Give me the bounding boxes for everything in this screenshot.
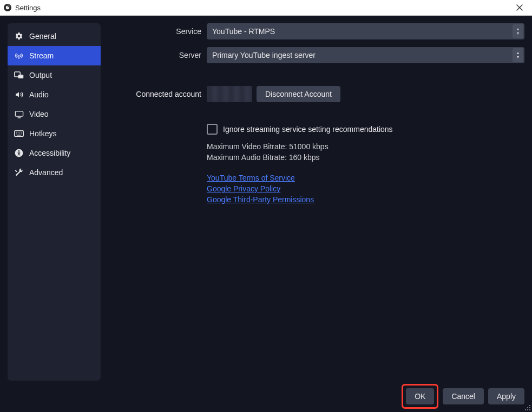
server-value: Primary YouTube ingest server [212, 51, 316, 59]
sidebar-item-output[interactable]: Output [8, 65, 101, 85]
apply-button[interactable]: Apply [488, 388, 524, 404]
sidebar-item-label: Audio [29, 90, 49, 99]
resize-grip-icon[interactable] [524, 404, 531, 411]
sidebar-item-advanced[interactable]: Advanced [8, 163, 101, 182]
ok-button[interactable]: OK [406, 388, 434, 404]
ignore-recommendations-label: Ignore streaming service setting recomme… [223, 125, 393, 134]
max-audio-bitrate: Maximum Audio Bitrate: 160 kbps [207, 152, 514, 163]
sidebar-item-stream[interactable]: Stream [8, 46, 101, 65]
settings-window: Settings General Stream [0, 0, 532, 412]
server-label: Server [108, 51, 207, 59]
sidebar-item-label: General [29, 32, 56, 41]
keyboard-icon [14, 129, 24, 138]
service-label: Service [108, 27, 207, 36]
gear-icon [14, 31, 24, 41]
speaker-icon [14, 90, 24, 99]
service-links: YouTube Terms of Service Google Privacy … [207, 172, 514, 205]
sidebar-item-label: Video [29, 110, 49, 118]
output-icon [14, 70, 24, 80]
svg-rect-6 [15, 131, 24, 137]
disconnect-account-button[interactable]: Disconnect Account [257, 86, 340, 102]
body: General Stream Output [0, 16, 532, 381]
svg-rect-4 [18, 75, 24, 78]
service-value: YouTube - RTMPS [212, 27, 275, 36]
sidebar-item-hotkeys[interactable]: Hotkeys [8, 124, 101, 143]
sidebar-item-label: Output [29, 71, 52, 79]
sidebar-item-label: Accessibility [29, 149, 70, 157]
cancel-button[interactable]: Cancel [443, 388, 484, 404]
max-video-bitrate: Maximum Video Bitrate: 51000 kbps [207, 141, 514, 152]
sidebar-item-general[interactable]: General [8, 26, 101, 46]
svg-point-14 [525, 409, 526, 410]
client-area: General Stream Output [0, 16, 532, 412]
dialog-footer: OK Cancel Apply [0, 381, 532, 412]
settings-sidebar: General Stream Output [8, 23, 101, 381]
svg-rect-5 [15, 111, 23, 116]
accessibility-icon [14, 148, 24, 158]
svg-point-9 [529, 405, 530, 406]
spinner-icon: ▴▾ [513, 24, 523, 38]
sidebar-item-accessibility[interactable]: Accessibility [8, 143, 101, 163]
antenna-icon [14, 51, 24, 61]
stream-info-block: Ignore streaming service setting recomme… [207, 124, 514, 205]
tools-icon [14, 168, 24, 177]
server-row: Server Primary YouTube ingest server ▴▾ [108, 47, 524, 63]
svg-point-8 [18, 150, 20, 152]
connected-account-label: Connected account [108, 90, 207, 98]
server-select[interactable]: Primary YouTube ingest server ▴▾ [207, 47, 524, 63]
ignore-recommendations-row: Ignore streaming service setting recomme… [207, 124, 514, 135]
svg-point-12 [529, 409, 530, 410]
svg-point-10 [529, 407, 530, 408]
connected-account-row: Connected account Disconnect Account [108, 86, 524, 102]
window-title: Settings [15, 4, 510, 12]
service-row: Service YouTube - RTMPS ▴▾ [108, 23, 524, 39]
account-name-redacted [207, 86, 252, 102]
app-icon [3, 3, 12, 12]
window-close-button[interactable] [510, 0, 529, 15]
svg-point-13 [527, 409, 528, 410]
settings-panel-stream: Service YouTube - RTMPS ▴▾ Server Primar… [108, 23, 524, 381]
svg-point-11 [527, 407, 528, 408]
link-google-privacy[interactable]: Google Privacy Policy [207, 183, 280, 194]
titlebar: Settings [0, 0, 532, 16]
sidebar-item-label: Hotkeys [29, 129, 57, 138]
ok-button-highlight: OK [402, 384, 438, 409]
monitor-icon [14, 109, 24, 119]
link-youtube-tos[interactable]: YouTube Terms of Service [207, 172, 295, 183]
sidebar-item-label: Advanced [29, 168, 63, 177]
sidebar-item-audio[interactable]: Audio [8, 85, 101, 104]
sidebar-item-video[interactable]: Video [8, 104, 101, 124]
service-select[interactable]: YouTube - RTMPS ▴▾ [207, 23, 524, 39]
link-google-third-party[interactable]: Google Third-Party Permissions [207, 194, 314, 205]
ignore-recommendations-checkbox[interactable] [207, 124, 218, 135]
spinner-icon: ▴▾ [513, 48, 523, 62]
sidebar-item-label: Stream [29, 51, 54, 60]
